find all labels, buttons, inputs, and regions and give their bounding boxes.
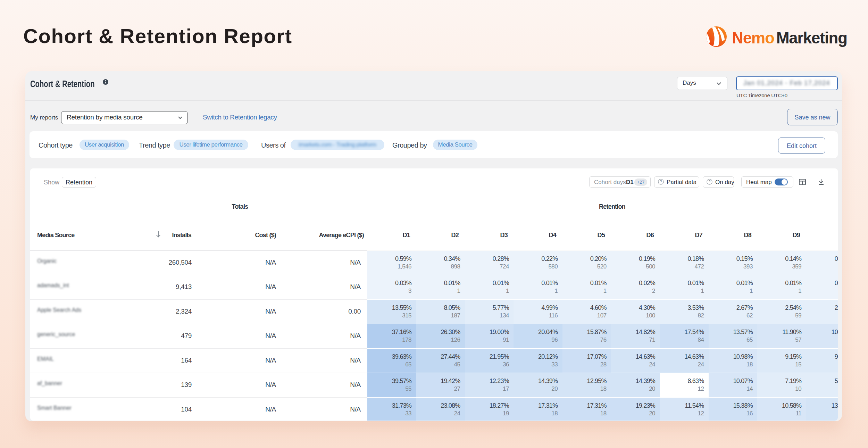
svg-text:?: ?	[709, 180, 711, 184]
svg-text:?: ?	[660, 180, 662, 184]
